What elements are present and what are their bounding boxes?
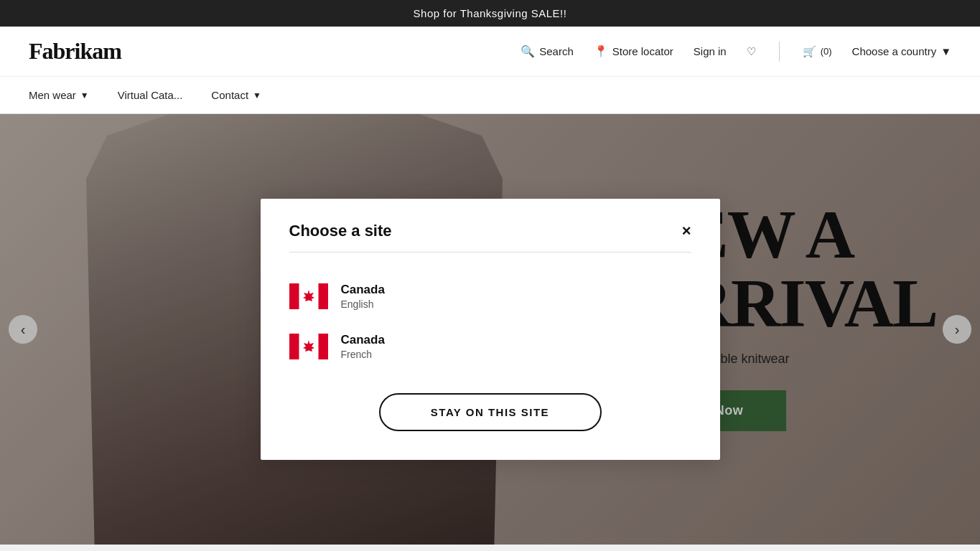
modal-overlay: Choose a site × — [0, 114, 980, 545]
bag-count: (0) — [821, 46, 832, 57]
svg-rect-4 — [289, 334, 299, 359]
chevron-down-icon: ▼ — [253, 90, 261, 100]
canada-flag-english — [289, 283, 328, 309]
nav-contact-label: Contact — [211, 89, 248, 101]
banner-text: Shop for Thanksgiving SALE!! — [414, 7, 567, 19]
logo[interactable]: Fabrikam — [29, 38, 121, 65]
header-divider — [779, 42, 780, 62]
heart-icon: ♡ — [747, 45, 756, 58]
modal-header: Choose a site × — [289, 222, 691, 240]
hero-section: NEW A ARRIVAL l ultra-comfortable knitwe… — [0, 114, 980, 545]
country-name-english: Canada — [341, 283, 385, 297]
search-label: Search — [539, 45, 574, 57]
nav-bar: Men wear ▼ Virtual Cata... Contact ▼ — [0, 77, 980, 114]
nav-men-wear[interactable]: Men wear ▼ — [29, 89, 89, 101]
nav-virtual-catalog[interactable]: Virtual Cata... — [118, 89, 183, 101]
country-lang-english: English — [341, 298, 385, 310]
country-info-canada-english: Canada English — [341, 283, 385, 310]
search-button[interactable]: 🔍 Search — [521, 44, 574, 58]
bag-button[interactable]: 🛒 (0) — [803, 45, 832, 58]
svg-rect-2 — [318, 283, 328, 309]
search-icon: 🔍 — [521, 44, 535, 58]
modal-title: Choose a site — [289, 222, 392, 240]
country-option-canada-french[interactable]: Canada French — [289, 323, 691, 370]
top-banner: Shop for Thanksgiving SALE!! — [0, 0, 980, 27]
country-option-canada-english[interactable]: Canada English — [289, 273, 691, 320]
header: Fabrikam 🔍 Search 📍 Store locator Sign i… — [0, 27, 980, 77]
sign-in-button[interactable]: Sign in — [694, 45, 727, 57]
sign-in-label: Sign in — [694, 45, 727, 57]
nav-contact[interactable]: Contact ▼ — [211, 89, 261, 101]
choose-country-label: Choose a country — [852, 45, 937, 57]
store-locator-label: Store locator — [612, 45, 673, 57]
nav-men-wear-label: Men wear — [29, 89, 76, 101]
country-name-french: Canada — [341, 333, 385, 347]
chevron-down-icon: ▼ — [80, 90, 89, 100]
chevron-down-icon: ▼ — [941, 45, 951, 57]
modal-divider — [289, 252, 691, 253]
choose-country-button[interactable]: Choose a country ▼ — [852, 45, 951, 57]
country-lang-french: French — [341, 349, 385, 360]
location-icon: 📍 — [594, 44, 608, 58]
header-nav: 🔍 Search 📍 Store locator Sign in ♡ 🛒 (0)… — [521, 42, 951, 62]
choose-site-modal: Choose a site × — [261, 199, 720, 460]
wishlist-button[interactable]: ♡ — [747, 45, 756, 58]
canada-flag-french — [289, 334, 328, 359]
bag-icon: 🛒 — [803, 45, 816, 58]
country-info-canada-french: Canada French — [341, 333, 385, 360]
stay-on-site-button[interactable]: STAY ON THIS SITE — [379, 393, 602, 431]
svg-rect-1 — [289, 283, 299, 309]
modal-close-button[interactable]: × — [682, 223, 691, 239]
svg-rect-5 — [318, 334, 328, 359]
store-locator-button[interactable]: 📍 Store locator — [594, 44, 673, 58]
nav-virtual-catalog-label: Virtual Cata... — [118, 89, 183, 101]
